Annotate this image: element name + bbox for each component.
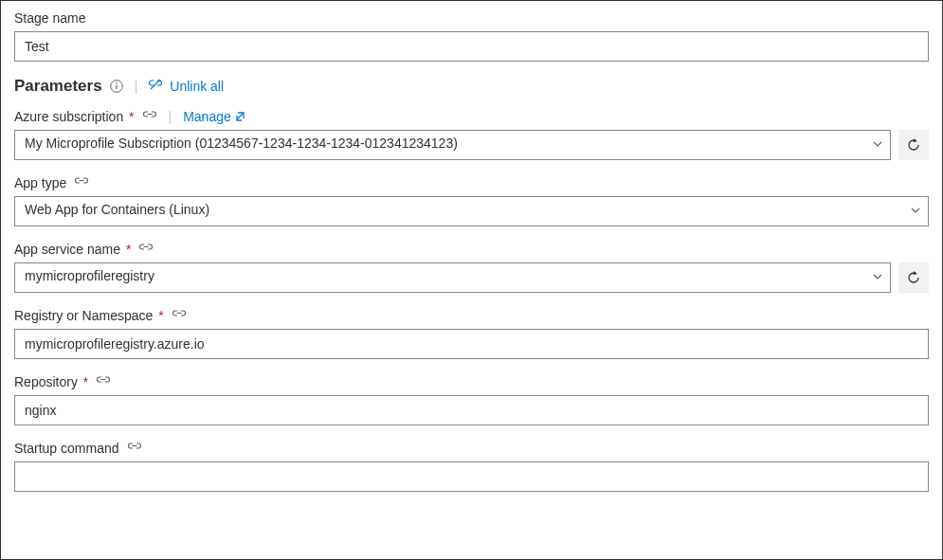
manage-label: Manage [183,109,231,124]
unlink-all-label: Unlink all [170,79,224,94]
link-icon[interactable] [138,244,154,255]
azure-subscription-select-wrapper: My Microprofile Subscription (01234567-1… [14,130,891,160]
link-icon[interactable] [172,310,187,321]
startup-command-input[interactable] [14,461,929,492]
unlink-all-link[interactable]: Unlink all [149,79,224,95]
app-type-select-wrapper: Web App for Containers (Linux) [14,196,929,226]
required-asterisk: * [154,308,163,323]
refresh-app-service-button[interactable] [898,262,929,293]
stage-name-field: Stage name [14,10,929,62]
azure-subscription-row: My Microprofile Subscription (01234567-1… [14,130,929,160]
azure-subscription-select[interactable]: My Microprofile Subscription (01234567-1… [14,130,891,160]
app-service-name-label-row: App service name * [14,242,929,257]
app-type-label: App type [14,175,66,190]
link-icon[interactable] [74,177,89,189]
link-icon[interactable] [127,443,142,454]
repository-label: Repository * [14,374,88,389]
app-service-name-label: App service name * [14,242,131,257]
svg-point-1 [116,82,118,84]
manage-link[interactable]: Manage [183,109,246,124]
startup-command-field: Startup command [14,441,929,492]
link-icon[interactable] [142,111,157,122]
parameters-title: Parameters [14,77,102,96]
app-type-select[interactable]: Web App for Containers (Linux) [14,196,929,226]
repository-label-row: Repository * [14,374,929,389]
required-asterisk: * [125,109,134,124]
registry-namespace-field: Registry or Namespace * [14,308,929,359]
app-service-name-select[interactable]: mymicroprofileregistry [14,262,891,293]
parameters-header: Parameters | Unlink all [14,77,929,96]
registry-namespace-input[interactable] [14,329,929,359]
stage-name-input[interactable] [14,31,929,62]
app-service-name-select-wrapper: mymicroprofileregistry [14,262,891,293]
required-asterisk: * [122,242,131,257]
app-service-name-field: App service name * mymicroprofileregistr… [14,242,929,293]
app-type-label-row: App type [14,175,929,190]
startup-command-label-row: Startup command [14,441,929,456]
azure-subscription-label: Azure subscription * [14,109,135,124]
unlink-icon [149,79,164,95]
required-asterisk: * [80,374,88,389]
azure-subscription-field: Azure subscription * | Manage My Micropr… [14,109,929,160]
startup-command-label: Startup command [14,441,119,456]
refresh-subscription-button[interactable] [898,130,929,160]
stage-name-label: Stage name [14,10,929,26]
azure-subscription-label-row: Azure subscription * | Manage [14,109,929,124]
link-icon[interactable] [96,376,111,388]
app-service-name-row: mymicroprofileregistry [14,262,929,293]
registry-namespace-label-row: Registry or Namespace * [14,308,929,323]
external-link-icon [235,111,246,122]
separator: | [135,79,138,94]
registry-namespace-label: Registry or Namespace * [14,308,164,323]
repository-input[interactable] [14,395,929,425]
info-icon[interactable] [110,80,123,93]
repository-field: Repository * [14,374,929,425]
separator: | [169,109,172,124]
app-type-field: App type Web App for Containers (Linux) [14,175,929,226]
svg-rect-2 [116,85,117,90]
